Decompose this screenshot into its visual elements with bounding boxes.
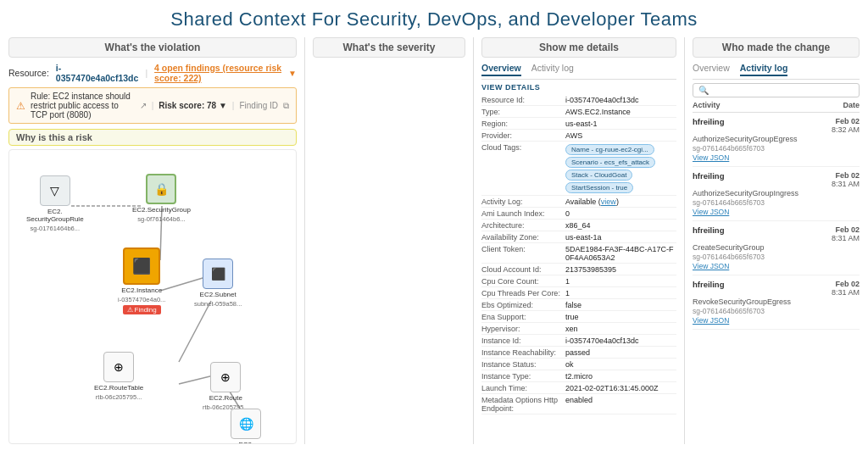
divider-1 <box>304 37 305 444</box>
time-4: 8:31 AM <box>832 288 860 297</box>
dropdown-icon[interactable]: ▼ <box>288 69 297 78</box>
detail-row-ami: Ami Launch Index: 0 <box>481 208 676 220</box>
action-3: CreateSecurityGroup <box>693 243 860 252</box>
node-ec2-label: EC2.Instance <box>121 286 162 294</box>
detail-2: sg-0761464b665f6703 <box>693 198 860 207</box>
resource-id: i-0357470e4a0cf13dc <box>56 63 139 83</box>
date-4: Feb 02 <box>832 280 860 288</box>
detail-row-cpu-core: Cpu Core Count: 1 <box>481 275 676 287</box>
rule-text: Rule: EC2 instance should restrict publi… <box>31 92 135 120</box>
severity-header: What's the severity <box>313 37 465 58</box>
details-scroll: Resource Id: i-0357470e4a0cf13dc Type: A… <box>481 94 676 444</box>
action-4: RevokeSecurityGroupEgress <box>693 298 860 306</box>
detail-row-type: Type: AWS.EC2.Instance <box>481 106 676 118</box>
node-routetable[interactable]: ⊕ EC2.RouteTable rtb-06c205795... <box>94 352 143 401</box>
tag-name: Name - cg-ruue-ec2-cgi... <box>565 144 654 155</box>
node-ec2[interactable]: ⬛ EC2.Instance i-0357470e4a0... ⚠Finding <box>118 247 165 314</box>
col-who: Who made the change Overview Activity lo… <box>693 37 860 444</box>
detail-row-cpu-threads: Cpu Threads Per Core: 1 <box>481 287 676 299</box>
detail-row-client-token: Client Token: 5DAE1984-FA3F-44BC-A17C-F0… <box>481 243 676 264</box>
page-container: Shared Context For Security, DevOps, and… <box>0 0 868 449</box>
rule-bar: ⚠ Rule: EC2 instance should restrict pub… <box>8 87 297 124</box>
tag-startsession: StartSession - true <box>565 182 633 193</box>
who-search-bar[interactable]: 🔍 <box>693 83 860 97</box>
tag-scenario: Scenario - ecs_efs_attack <box>565 157 655 168</box>
search-icon: 🔍 <box>698 86 709 95</box>
user-3: hfreiling <box>693 225 724 235</box>
time-1: 8:32 AM <box>832 125 860 134</box>
violation-resource: Resource: i-0357470e4a0cf13dc | 4 open f… <box>8 63 297 83</box>
activity-entry-4: hfreiling Feb 02 8:31 AM RevokeSecurityG… <box>693 275 860 330</box>
who-tab-overview[interactable]: Overview <box>693 63 730 76</box>
who-header: Who made the change <box>693 37 860 58</box>
external-link-icon[interactable]: ↗ <box>140 101 147 110</box>
detail-table: Resource Id: i-0357470e4a0cf13dc Type: A… <box>481 94 676 414</box>
page-title: Shared Context For Security, DevOps, and… <box>0 0 868 37</box>
detail-row-ena: Ena Support: true <box>481 311 676 323</box>
viewjson-1[interactable]: View JSON <box>693 153 860 162</box>
search-input[interactable] <box>712 86 854 95</box>
user-2: hfreiling <box>693 171 724 181</box>
action-1: AuthorizeSecurityGroupEgress <box>693 135 860 143</box>
node-sg-sub: sg-0f761464b6... <box>137 215 185 223</box>
tab-activity[interactable]: Activity log <box>531 63 574 76</box>
copy-icon[interactable]: ⧉ <box>283 101 289 111</box>
detail-row-metadata: Metadata Options Http Endpoint: enabled <box>481 394 676 414</box>
detail-row-instance-id: Instance Id: i-0357470e4a0cf13dc <box>481 335 676 347</box>
node-sg-label: EC2.SecurityGroup <box>132 206 191 214</box>
viewjson-4[interactable]: View JSON <box>693 316 860 325</box>
tag-stack: Stack - CloudGoat <box>565 170 632 181</box>
graph-area: ▽ EC2.SecurityGroupRule sg-01761464b6...… <box>8 149 297 444</box>
detail-row-launch-time: Launch Time: 2021-02-02T16:31:45.000Z <box>481 382 676 394</box>
detail-row-instance-status: Instance Status: ok <box>481 359 676 370</box>
divider-2 <box>473 37 474 444</box>
detail-3: sg-0761464b665f6703 <box>693 253 860 261</box>
user-4: hfreiling <box>693 280 724 289</box>
node-subnet[interactable]: ⬛ EC2.Subnet subnet-059a58... <box>194 259 242 308</box>
detail-row-hypervisor: Hypervisor: xen <box>481 323 676 335</box>
user-1: hfreiling <box>693 117 724 126</box>
divider-3 <box>684 37 685 444</box>
violation-header: What's the violation <box>8 37 297 58</box>
detail-row-az: Availability Zone: us-east-1a <box>481 231 676 243</box>
detail-row-arch: Architecture: x86_64 <box>481 220 676 231</box>
who-tab-activity[interactable]: Activity log <box>740 63 788 76</box>
node-sg-rule[interactable]: ▽ EC2.SecurityGroupRule sg-01761464b6... <box>26 175 84 232</box>
details-tabs: Overview Activity log <box>481 63 676 80</box>
date-3: Feb 02 <box>832 225 860 234</box>
activity-entry-3: hfreiling Feb 02 8:31 AM CreateSecurityG… <box>693 221 860 275</box>
findings-link[interactable]: 4 open findings (resource risk score: 22… <box>154 63 281 83</box>
time-3: 8:31 AM <box>832 234 860 242</box>
viewjson-3[interactable]: View JSON <box>693 262 860 270</box>
activity-view-link[interactable]: view <box>601 197 616 206</box>
col-details: Show me details Overview Activity log VI… <box>481 37 676 444</box>
finding-badge: ⚠Finding <box>123 305 161 314</box>
detail-row-instance-reach: Instance Reachability: passed <box>481 347 676 359</box>
activity-entry-2: hfreiling Feb 02 8:31 AM AuthorizeSecuri… <box>693 167 860 221</box>
finding-id-label: Finding ID <box>239 101 278 110</box>
action-2: AuthorizeSecurityGroupIngress <box>693 189 860 197</box>
date-1: Feb 02 <box>832 117 860 125</box>
node-igw[interactable]: 🌐 EC2.InternetGateway igw-083d09de5... <box>221 409 271 444</box>
node-sg-rule-sub: sg-01761464b6... <box>31 225 80 232</box>
detail-row-resource-id: Resource Id: i-0357470e4a0cf13dc <box>481 94 676 106</box>
risk-dropdown-icon[interactable]: ▼ <box>219 101 227 110</box>
node-igw-label: EC2.InternetGateway <box>221 441 271 444</box>
tab-overview[interactable]: Overview <box>481 63 521 76</box>
view-details-label: VIEW DETAILS <box>481 83 676 92</box>
detail-1: sg-0761464b665f6703 <box>693 144 860 153</box>
why-risk-header: Why is this a risk <box>8 129 297 146</box>
node-sg[interactable]: 🔒 EC2.SecurityGroup sg-0f761464b6... <box>132 174 191 223</box>
main-layout: What's the violation Resource: i-0357470… <box>0 37 868 449</box>
detail-row-activity-log: Activity Log: Available (view) <box>481 196 676 208</box>
activity-entry-1: hfreiling Feb 02 8:32 AM AuthorizeSecuri… <box>693 113 860 167</box>
detail-row-instance-type: Instance Type: t2.micro <box>481 370 676 382</box>
node-sg-rule-label: EC2.SecurityGroupRule <box>26 208 84 223</box>
col-violation: What's the violation Resource: i-0357470… <box>8 37 297 444</box>
resource-label: Resource: <box>8 68 49 78</box>
node-routetable-sub: rtb-06c205795... <box>96 393 142 401</box>
viewjson-2[interactable]: View JSON <box>693 208 860 216</box>
detail-row-provider: Provider: AWS <box>481 130 676 142</box>
who-scroll: hfreiling Feb 02 8:32 AM AuthorizeSecuri… <box>693 113 860 444</box>
node-route[interactable]: ⊕ EC2.Route rtb-06c205795... <box>203 362 249 411</box>
